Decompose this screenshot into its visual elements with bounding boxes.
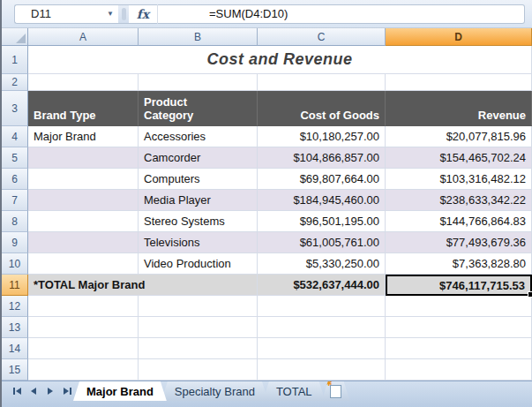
cell-c10[interactable]: $5,330,250.00: [258, 253, 386, 275]
cell-c11-total-cost[interactable]: $532,637,444.00: [258, 275, 386, 296]
cell-d10[interactable]: $7,363,828.80: [386, 253, 532, 275]
cell-a7[interactable]: [28, 190, 139, 211]
row-header-10[interactable]: 10: [2, 253, 28, 275]
tab-major-brand[interactable]: Major Brand: [73, 381, 167, 401]
next-sheet-button[interactable]: [43, 384, 57, 398]
cell-d13[interactable]: [386, 317, 532, 338]
sheet-nav-buttons: [5, 381, 79, 401]
cell-d12[interactable]: [386, 296, 532, 317]
cell-a12[interactable]: [28, 296, 139, 317]
cell-a15[interactable]: [28, 359, 139, 381]
cell-b3[interactable]: Product Category: [139, 91, 258, 126]
cell-a4[interactable]: Major Brand: [28, 126, 139, 147]
cell-c3[interactable]: Cost of Goods: [258, 91, 386, 126]
column-header-a[interactable]: A: [28, 28, 139, 46]
cell-c5[interactable]: $104,866,857.00: [258, 147, 386, 169]
row-header-14[interactable]: 14: [2, 338, 28, 359]
cell-a8[interactable]: [28, 211, 139, 232]
sheet-row-7: 7 Media Player $184,945,460.00 $238,633,…: [2, 190, 532, 211]
cell-b14[interactable]: [139, 338, 258, 359]
cell-b6[interactable]: Computers: [139, 169, 258, 190]
cell-a9[interactable]: [28, 232, 139, 253]
sheet-row-3: 3 Brand Type Product Category Cost of Go…: [2, 91, 532, 126]
cell-b10[interactable]: Video Production: [139, 253, 258, 275]
cell-b4[interactable]: Accessories: [139, 126, 258, 147]
column-header-d[interactable]: D: [386, 28, 532, 46]
insert-worksheet-button[interactable]: ✱: [322, 381, 350, 401]
column-header-row: A B C D: [2, 28, 532, 46]
tab-specialty-brand[interactable]: Specialty Brand: [161, 381, 268, 401]
fx-icon: fx: [137, 7, 149, 21]
row-header-8[interactable]: 8: [2, 211, 28, 232]
sheet-row-4: 4 Major Brand Accessories $10,180,257.00…: [2, 126, 532, 147]
cell-d8[interactable]: $144,766,864.83: [386, 211, 532, 232]
cell-d3[interactable]: Revenue: [386, 91, 532, 126]
cell-d5[interactable]: $154,465,702.24: [386, 147, 532, 169]
row-header-3[interactable]: 3: [2, 91, 28, 126]
sheet-tabs: Major Brand Specialty Brand TOTAL ✱: [79, 381, 350, 401]
row-header-9[interactable]: 9: [2, 232, 28, 253]
name-box-value: D11: [31, 7, 51, 20]
cell-d14[interactable]: [386, 338, 532, 359]
cell-c14[interactable]: [258, 338, 386, 359]
cell-a11-total-label[interactable]: *TOTAL Major Brand: [28, 275, 258, 296]
cell-c8[interactable]: $96,501,195.00: [258, 211, 386, 232]
last-sheet-button[interactable]: [60, 384, 74, 398]
cell-d11-active-cell[interactable]: $746,117,715.53: [386, 275, 532, 296]
cell-c13[interactable]: [258, 317, 386, 338]
cell-a5[interactable]: [28, 147, 139, 169]
row-header-1[interactable]: 1: [2, 46, 28, 74]
row-header-11[interactable]: 11: [2, 275, 28, 296]
cell-a2[interactable]: [28, 74, 139, 91]
cell-b2[interactable]: [139, 74, 258, 91]
row-header-2[interactable]: 2: [2, 74, 28, 91]
cell-a10[interactable]: [28, 253, 139, 275]
cell-b13[interactable]: [139, 317, 258, 338]
cell-d2[interactable]: [386, 74, 532, 91]
cell-c4[interactable]: $10,180,257.00: [258, 126, 386, 147]
column-header-c[interactable]: C: [258, 28, 386, 46]
select-all-button[interactable]: [2, 28, 28, 46]
formula-input[interactable]: =SUM(D4:D10): [157, 4, 525, 24]
cell-d9[interactable]: $77,493,679.36: [386, 232, 532, 253]
row-header-4[interactable]: 4: [2, 126, 28, 147]
tab-total[interactable]: TOTAL: [263, 381, 326, 401]
cell-a14[interactable]: [28, 338, 139, 359]
prev-sheet-button[interactable]: [26, 384, 41, 398]
formula-bar-grip[interactable]: [118, 4, 129, 24]
row-header-12[interactable]: 12: [2, 296, 28, 317]
first-sheet-button[interactable]: [10, 384, 24, 398]
cell-c6[interactable]: $69,807,664.00: [258, 169, 386, 190]
name-box[interactable]: D11 ▼: [14, 4, 118, 24]
row-header-7[interactable]: 7: [2, 190, 28, 211]
row-header-6[interactable]: 6: [2, 169, 28, 190]
cell-c9[interactable]: $61,005,761.00: [258, 232, 386, 253]
cell-a13[interactable]: [28, 317, 139, 338]
cell-d15[interactable]: [386, 359, 532, 381]
column-header-b[interactable]: B: [139, 28, 258, 46]
cell-d6[interactable]: $103,316,482.12: [386, 169, 532, 190]
cell-d7[interactable]: $238,633,342.22: [386, 190, 532, 211]
row-header-13[interactable]: 13: [2, 317, 28, 338]
cell-b9[interactable]: Televisions: [139, 232, 258, 253]
cell-title-a1[interactable]: Cost and Revenue: [28, 46, 532, 74]
insert-function-button[interactable]: fx: [129, 4, 157, 24]
cell-a3[interactable]: Brand Type: [28, 91, 139, 126]
formula-bar: D11 ▼ fx =SUM(D4:D10): [2, 0, 532, 28]
sheet-row-15: 15: [2, 359, 532, 381]
cell-b5[interactable]: Camcorder: [139, 147, 258, 169]
cell-b12[interactable]: [139, 296, 258, 317]
cell-c2[interactable]: [258, 74, 386, 91]
cell-b8[interactable]: Stereo Systems: [139, 211, 258, 232]
cell-c7[interactable]: $184,945,460.00: [258, 190, 386, 211]
cell-c12[interactable]: [258, 296, 386, 317]
cell-d4[interactable]: $20,077,815.96: [386, 126, 532, 147]
cell-b7[interactable]: Media Player: [139, 190, 258, 211]
cell-c15[interactable]: [258, 359, 386, 381]
row-header-5[interactable]: 5: [2, 147, 28, 169]
sheet-row-1: 1 Cost and Revenue: [2, 46, 532, 74]
name-box-dropdown-icon[interactable]: ▼: [107, 10, 118, 18]
row-header-15[interactable]: 15: [2, 359, 28, 381]
cell-b15[interactable]: [139, 359, 258, 381]
cell-a6[interactable]: [28, 169, 139, 190]
